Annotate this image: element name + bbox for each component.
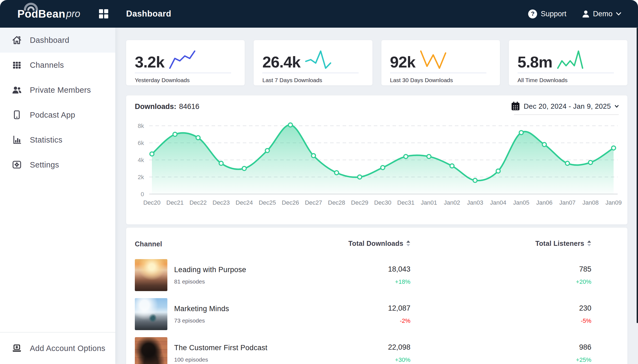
chevron-down-icon xyxy=(615,105,619,108)
svg-text:Dec21: Dec21 xyxy=(166,199,184,206)
sidebar-item-settings[interactable]: Settings xyxy=(0,152,115,177)
user-menu-button[interactable]: Demo xyxy=(582,10,621,18)
stat-card-last-30-days-downloads: 92k Last 30 Days Downloads xyxy=(381,40,500,85)
svg-text:8k: 8k xyxy=(138,123,144,129)
svg-text:2k: 2k xyxy=(138,174,144,181)
listeners-change: -5% xyxy=(410,317,591,324)
calendar-icon xyxy=(511,101,520,111)
channel-episodes: 100 episodes xyxy=(174,356,267,363)
downloads-change: +18% xyxy=(302,278,410,285)
stat-cards-row: 3.2k Yesterday Downloads 26.4k Last 7 Da… xyxy=(126,40,627,85)
listeners-change: +20% xyxy=(410,278,591,285)
support-button[interactable]: ? Support xyxy=(528,9,566,18)
add-account-options-button[interactable]: Add Account Options xyxy=(0,332,115,364)
sort-icon[interactable] xyxy=(587,240,591,249)
phone-icon xyxy=(12,110,22,120)
column-header-channel: Channel xyxy=(135,240,302,248)
downloads-line-chart: 02k4k6k8kDec20Dec21Dec22Dec23Dec24Dec25D… xyxy=(126,119,627,214)
total-listeners-value: 230 xyxy=(410,304,591,313)
stat-card-yesterday-downloads: 3.2k Yesterday Downloads xyxy=(126,40,245,85)
sparkline-icon xyxy=(420,50,447,69)
stat-value: 26.4k xyxy=(262,54,300,70)
page-title: Dashboard xyxy=(126,0,171,28)
svg-text:Jan04: Jan04 xyxy=(490,199,506,206)
divider xyxy=(518,73,614,73)
stat-value: 92k xyxy=(390,54,416,70)
total-listeners-value: 785 xyxy=(410,265,591,273)
downloads-change: -2% xyxy=(302,317,410,324)
channel-artwork xyxy=(135,259,167,291)
laptop-plus-icon xyxy=(12,344,22,353)
svg-text:6k: 6k xyxy=(138,140,144,146)
svg-text:Dec23: Dec23 xyxy=(213,199,230,206)
date-range-text: Dec 20, 2024 - Jan 9, 2025 xyxy=(524,102,611,111)
svg-text:Jan08: Jan08 xyxy=(582,199,599,206)
date-range-picker[interactable]: Dec 20, 2024 - Jan 9, 2025 xyxy=(511,101,619,111)
stat-label: Last 30 Days Downloads xyxy=(390,77,491,83)
svg-text:Dec30: Dec30 xyxy=(374,199,391,206)
sparkline-icon xyxy=(169,50,196,69)
bar-chart-icon xyxy=(12,135,22,145)
sidebar-item-label: Private Members xyxy=(30,86,91,95)
svg-text:Dec28: Dec28 xyxy=(328,199,345,206)
sidebar-item-channels[interactable]: Channels xyxy=(0,53,115,78)
svg-text:Jan05: Jan05 xyxy=(513,199,529,206)
total-downloads-value: 12,087 xyxy=(302,304,410,313)
channel-name: The Customer First Podcast xyxy=(174,344,267,352)
sidebar-item-label: Channels xyxy=(30,61,64,70)
svg-text:Jan02: Jan02 xyxy=(444,199,460,206)
stat-label: All Time Downloads xyxy=(518,77,619,83)
total-downloads-value: 22,098 xyxy=(302,343,410,352)
divider xyxy=(135,73,231,73)
svg-text:0: 0 xyxy=(141,191,144,198)
podbean-logo[interactable]: PodBeanpro xyxy=(17,0,80,28)
column-header-total-listeners[interactable]: Total Listeners xyxy=(410,240,619,249)
user-name: Demo xyxy=(593,10,613,18)
svg-text:Jan03: Jan03 xyxy=(467,199,483,206)
stat-label: Yesterday Downloads xyxy=(135,77,236,83)
table-row[interactable]: Leading with Purpose 81 episodes 18,043 … xyxy=(135,259,619,291)
sidebar-item-dashboard[interactable]: Dashboard xyxy=(0,28,115,53)
svg-text:Dec29: Dec29 xyxy=(351,199,368,206)
svg-text:Dec27: Dec27 xyxy=(305,199,322,206)
table-row[interactable]: The Customer First Podcast 100 episodes … xyxy=(135,337,619,364)
apps-grid-icon[interactable] xyxy=(98,9,109,19)
table-row[interactable]: Marketing Minds 73 episodes 12,087 -2% 2… xyxy=(135,298,619,330)
channel-artwork xyxy=(135,298,167,330)
stat-value: 3.2k xyxy=(135,54,164,70)
podcast-waves-icon xyxy=(21,2,41,11)
sidebar-item-private-members[interactable]: Private Members xyxy=(0,78,115,102)
channel-episodes: 73 episodes xyxy=(174,317,229,324)
divider xyxy=(262,73,359,73)
svg-text:Jan09: Jan09 xyxy=(605,199,622,206)
sidebar-item-podcast-app[interactable]: Podcast App xyxy=(0,102,115,127)
stat-card-last-7-days-downloads: 26.4k Last 7 Days Downloads xyxy=(254,40,372,85)
add-account-options-label: Add Account Options xyxy=(30,344,105,353)
sort-icon[interactable] xyxy=(406,240,410,249)
sidebar-item-label: Dashboard xyxy=(30,36,69,45)
svg-text:Jan06: Jan06 xyxy=(536,199,553,206)
downloads-label: Downloads: xyxy=(135,102,176,111)
sidebar-item-label: Statistics xyxy=(30,136,62,144)
channel-artwork xyxy=(135,337,167,364)
table-header-row: Channel Total Downloads Total Listeners xyxy=(135,236,619,252)
downloads-total: Downloads:84616 xyxy=(135,102,199,111)
sparkline-icon xyxy=(305,50,332,69)
chevron-down-icon xyxy=(616,12,621,16)
sidebar-item-statistics[interactable]: Statistics xyxy=(0,127,115,152)
question-mark-icon: ? xyxy=(528,9,537,18)
svg-text:Jan07: Jan07 xyxy=(559,199,576,206)
user-icon xyxy=(582,10,589,18)
channel-episodes: 81 episodes xyxy=(174,278,246,285)
column-header-total-downloads[interactable]: Total Downloads xyxy=(302,240,410,249)
svg-text:Dec31: Dec31 xyxy=(397,199,414,206)
downloads-total-value: 84616 xyxy=(179,102,199,111)
home-icon xyxy=(12,36,22,45)
divider xyxy=(514,114,619,115)
scrollbar-thumb[interactable] xyxy=(637,28,638,323)
sidebar-item-label: Settings xyxy=(30,160,59,169)
people-icon xyxy=(12,85,22,95)
total-listeners-value: 986 xyxy=(410,343,591,352)
gear-icon xyxy=(12,160,22,170)
sidebar: Dashboard Channels xyxy=(0,28,115,364)
